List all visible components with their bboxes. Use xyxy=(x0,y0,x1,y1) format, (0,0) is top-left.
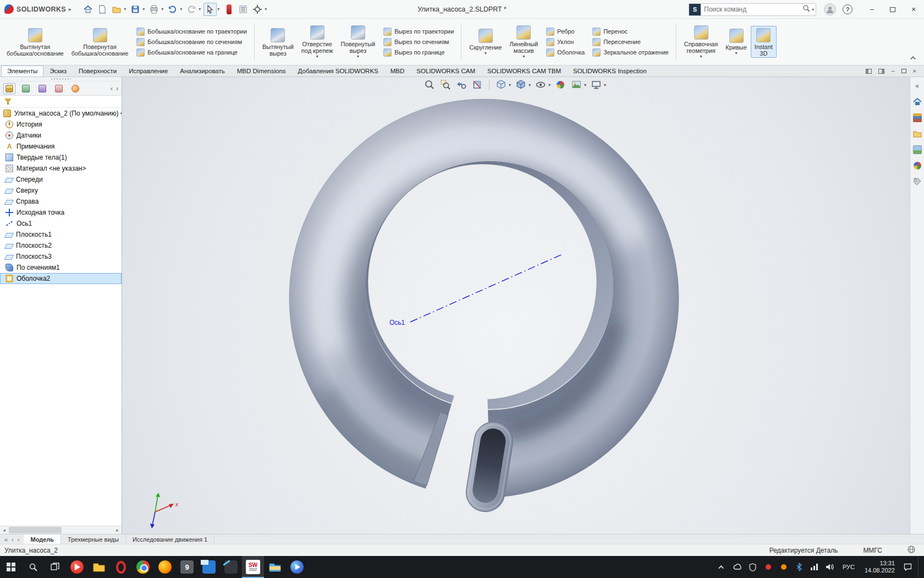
tree-item-sensors[interactable]: Датчики xyxy=(0,130,122,141)
taskbar-app-console[interactable] xyxy=(220,556,242,578)
taskbar-app-opera[interactable] xyxy=(110,556,132,578)
configurationmanager-tab[interactable] xyxy=(36,83,48,94)
instant3d-button[interactable]: Instant 3D xyxy=(751,26,777,58)
dropdown-caret-icon[interactable]: ▾ xyxy=(522,54,525,59)
shield-tray-icon[interactable] xyxy=(748,562,758,572)
revolved-boss-button[interactable]: Повернутая бобышка/основание xyxy=(68,26,133,58)
tab-mbd-dimensions[interactable]: MBD Dimensions xyxy=(231,66,292,77)
home-icon[interactable] xyxy=(81,3,95,16)
language-indicator[interactable]: РУС xyxy=(840,564,857,570)
hole-wizard-button[interactable]: Отверстие под крепеж ▾ xyxy=(298,23,337,61)
lofted-cut-item[interactable]: Вырез по сечениям xyxy=(380,37,457,47)
curves-button[interactable]: Кривые ▾ xyxy=(722,26,751,57)
close-button[interactable]: × xyxy=(903,0,924,19)
restore-button[interactable] xyxy=(882,0,903,19)
undo-icon[interactable] xyxy=(166,3,179,16)
swept-boss-item[interactable]: Бобышка/основание по траектории xyxy=(133,26,250,37)
redo-icon[interactable] xyxy=(185,3,198,16)
bluetooth-icon[interactable] xyxy=(794,562,804,572)
resources-home-icon[interactable] xyxy=(912,96,923,107)
tab-scroll-left-icon[interactable]: ‹ xyxy=(111,85,113,92)
task-pane-collapse-icon[interactable]: « xyxy=(912,80,923,91)
file-explorer-icon[interactable] xyxy=(912,128,923,139)
first-tab-icon[interactable]: « xyxy=(4,536,8,543)
fillet-button[interactable]: Скругление ▾ xyxy=(465,26,505,57)
taskbar-app-explorer[interactable] xyxy=(264,556,286,578)
dropdown-caret-icon[interactable]: ▾ xyxy=(529,83,531,88)
dimxpertmanager-tab[interactable] xyxy=(53,83,65,94)
apply-scene-icon[interactable] xyxy=(570,79,582,91)
prev-tab-icon[interactable]: ‹ xyxy=(12,536,14,543)
zoom-to-area-icon[interactable] xyxy=(439,79,452,91)
tab-scroll-right-icon[interactable]: › xyxy=(116,85,118,92)
previous-view-icon[interactable] xyxy=(455,79,468,91)
tree-item-plane2[interactable]: Плоскость2 xyxy=(0,240,122,251)
hide-show-items-icon[interactable] xyxy=(535,79,547,91)
tree-item-solid-bodies[interactable]: Твердые тела(1) xyxy=(0,152,122,163)
tab-addins[interactable]: Добавления SOLIDWORKS xyxy=(292,66,384,77)
intersect-item[interactable]: Пересечение xyxy=(589,37,672,47)
help-icon[interactable]: ? xyxy=(843,4,853,14)
tree-item-plane1[interactable]: Плоскость1 xyxy=(0,229,122,240)
view-settings-icon[interactable] xyxy=(590,79,602,91)
tree-filter[interactable] xyxy=(0,96,122,108)
dropdown-caret-icon[interactable]: ▾ xyxy=(548,83,551,88)
tree-item-axis1[interactable]: Ось1 xyxy=(0,218,122,229)
display-style-icon[interactable] xyxy=(515,79,527,91)
view-orientation-icon[interactable] xyxy=(495,79,507,91)
scroll-right-icon[interactable]: ▸ xyxy=(113,526,122,534)
design-library-icon[interactable] xyxy=(912,112,923,123)
lofted-boss-item[interactable]: Бобышка/основание по сечениям xyxy=(133,37,250,47)
search-icon[interactable] xyxy=(800,4,812,14)
tree-item-right-plane[interactable]: Справа xyxy=(0,196,122,207)
panel-grab-handle[interactable] xyxy=(0,77,122,81)
displaymanager-tab[interactable] xyxy=(69,83,81,94)
open-icon[interactable] xyxy=(110,3,123,16)
minimize-button[interactable]: − xyxy=(861,0,882,19)
select-caret-icon[interactable]: ▾ xyxy=(217,7,219,12)
dropdown-caret-icon[interactable]: ▾ xyxy=(509,83,511,88)
tab-cam[interactable]: SOLIDWORKS CAM xyxy=(410,66,481,77)
taskbar-search-icon[interactable] xyxy=(22,556,44,578)
edit-appearance-icon[interactable] xyxy=(554,79,566,91)
zoom-to-fit-icon[interactable] xyxy=(424,79,436,91)
show-desktop-button[interactable] xyxy=(918,556,921,578)
tab-mbd[interactable]: MBD xyxy=(384,66,411,77)
user-account-icon[interactable] xyxy=(824,3,836,15)
wrap-item[interactable]: Перенос xyxy=(589,26,672,37)
next-pane-icon[interactable] xyxy=(878,69,884,74)
tree-item-origin[interactable]: Исходная точка xyxy=(0,207,122,218)
cloud-tray-icon[interactable] xyxy=(733,562,743,572)
taskbar-app-firefox[interactable] xyxy=(154,556,176,578)
tree-item-annotations[interactable]: Примечания xyxy=(0,141,122,152)
custom-properties-icon[interactable] xyxy=(912,176,923,187)
tab-repair[interactable]: Исправление xyxy=(123,66,174,77)
tab-inspection[interactable]: SOLIDWORKS Inspection xyxy=(567,66,653,77)
options-gear-icon[interactable] xyxy=(251,3,264,16)
tab-cam-tbm[interactable]: SOLIDWORKS CAM TBM xyxy=(481,66,567,77)
command-search[interactable]: S ▾ xyxy=(689,3,816,16)
dropdown-caret-icon[interactable]: ▾ xyxy=(700,54,702,59)
dropdown-caret-icon[interactable]: ▾ xyxy=(584,83,586,88)
volume-icon[interactable] xyxy=(825,562,835,572)
hidden-icons-chevron[interactable] xyxy=(717,562,727,572)
extruded-boss-button[interactable]: Вытянутая бобышка/основание xyxy=(3,26,68,58)
tree-item-shell2[interactable]: Оболочка2 xyxy=(0,273,122,284)
view-palette-icon[interactable] xyxy=(912,144,923,155)
taskbar-app-folder[interactable] xyxy=(88,556,110,578)
shell-item[interactable]: Оболочка xyxy=(543,47,588,58)
boundary-cut-item[interactable]: Вырез по границе xyxy=(380,47,457,58)
draft-item[interactable]: Уклон xyxy=(543,37,588,47)
dropdown-caret-icon[interactable]: ▾ xyxy=(316,54,318,59)
tree-item-material[interactable]: Материал <не указан> xyxy=(0,163,122,174)
taskbar-app-solidworks[interactable]: SW2022 xyxy=(242,556,264,578)
panel-horizontal-scrollbar[interactable]: ◂ ▸ xyxy=(0,526,122,534)
taskbar-app-yandex-browser[interactable] xyxy=(66,556,88,578)
start-button[interactable] xyxy=(0,556,22,578)
menu-expand-icon[interactable]: ▸ xyxy=(69,6,72,12)
tree-item-history[interactable]: История xyxy=(0,119,122,130)
print-caret-icon[interactable]: ▾ xyxy=(161,7,163,12)
taskbar-clock[interactable]: 13:31 14.08.2022 xyxy=(862,560,897,574)
3d-views-tab[interactable]: Трехмерные виды xyxy=(61,535,126,544)
tab-sketch[interactable]: Эскиз xyxy=(43,66,73,77)
